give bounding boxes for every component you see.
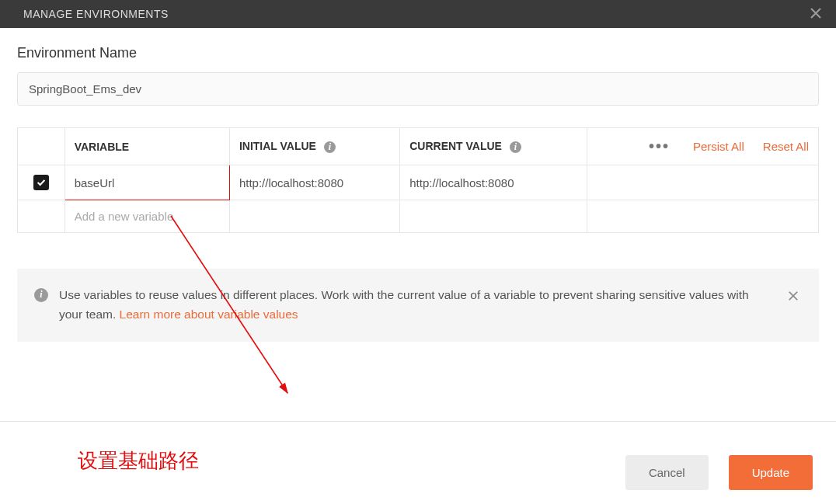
footer-separator	[0, 421, 836, 422]
col-header-actions: ••• Persist All Reset All	[587, 128, 818, 165]
initial-value-cell[interactable]: http://localhost:8080	[229, 165, 399, 200]
current-value-cell[interactable]: http://localhost:8080	[400, 165, 587, 200]
add-variable-placeholder[interactable]: Add a new variable	[64, 200, 229, 233]
variables-table: VARIABLE INITIAL VALUE i CURRENT VALUE i…	[17, 127, 819, 233]
info-banner: i Use variables to reuse values in diffe…	[17, 269, 819, 342]
col-header-variable: VARIABLE	[64, 128, 229, 165]
annotation-label: 设置基础路径	[78, 447, 199, 474]
close-icon[interactable]	[810, 6, 822, 22]
cancel-button[interactable]: Cancel	[625, 455, 709, 490]
reset-all-link[interactable]: Reset All	[763, 140, 809, 153]
variable-cell[interactable]: baseUrl	[64, 165, 229, 200]
env-name-label: Environment Name	[17, 45, 819, 61]
checkbox-checked-icon[interactable]	[33, 175, 49, 190]
col-header-initial: INITIAL VALUE i	[229, 128, 399, 165]
add-variable-row[interactable]: Add a new variable	[18, 200, 819, 233]
info-icon: i	[34, 288, 48, 302]
col-header-current: CURRENT VALUE i	[400, 128, 587, 165]
close-icon[interactable]	[785, 286, 802, 308]
col-header-checkbox	[18, 128, 65, 165]
titlebar: MANAGE ENVIRONMENTS	[0, 0, 836, 28]
info-icon[interactable]: i	[510, 141, 521, 153]
row-actions-cell	[587, 165, 818, 200]
content-area: Environment Name VARIABLE INITIAL VALUE …	[0, 28, 836, 359]
env-name-input[interactable]	[17, 72, 819, 106]
titlebar-title: MANAGE ENVIRONMENTS	[23, 8, 169, 20]
more-menu-icon[interactable]: •••	[649, 137, 674, 155]
persist-all-link[interactable]: Persist All	[693, 140, 744, 153]
update-button[interactable]: Update	[729, 455, 813, 490]
row-checkbox-cell	[18, 200, 65, 233]
info-icon[interactable]: i	[324, 141, 336, 153]
learn-more-link[interactable]: Learn more about variable values	[120, 308, 298, 321]
row-checkbox-cell[interactable]	[18, 165, 65, 200]
info-banner-text: Use variables to reuse values in differe…	[59, 286, 774, 325]
table-row[interactable]: baseUrl http://localhost:8080 http://loc…	[18, 165, 819, 200]
